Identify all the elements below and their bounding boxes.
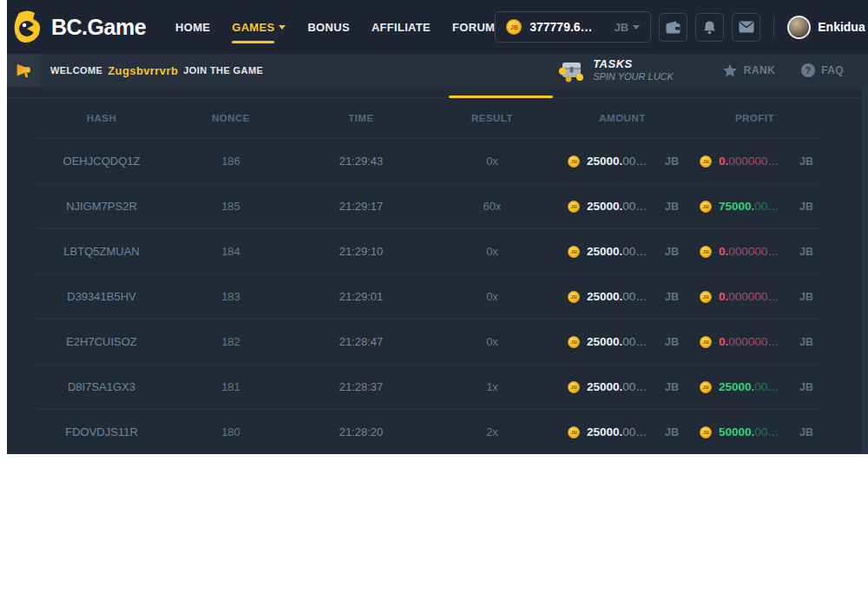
bet-hash: FDOVDJS11R — [36, 425, 167, 438]
star-icon — [722, 63, 738, 78]
bet-hash: NJIGM7PS2R — [36, 200, 167, 213]
coin-icon: JB — [568, 201, 580, 213]
table-row[interactable]: LBTQ5ZMUAN 184 21:29:10 0x JB 25000.00… … — [36, 228, 822, 274]
wallet-icon — [665, 20, 681, 35]
divider — [773, 16, 774, 37]
table-row[interactable]: OEHJCQDQ1Z 186 21:29:43 0x JB 25000.00… … — [36, 138, 822, 183]
welcome-banner: WELCOME Zugsbvrrvrb JOIN THE GAME — [7, 54, 868, 87]
bet-profit: JB 0.000000… JB — [687, 290, 822, 303]
currency-label: JB — [665, 246, 679, 258]
nav-item-bonus[interactable]: BONUS — [307, 21, 349, 34]
messages-button[interactable] — [732, 13, 760, 42]
coin-icon: JB — [700, 246, 712, 258]
bet-time: 21:29:10 — [295, 245, 427, 258]
bet-result: 0x — [427, 290, 557, 303]
coin-icon: JB — [506, 19, 522, 35]
bet-nonce: 182 — [167, 335, 295, 348]
balance-currency: JB — [615, 21, 641, 34]
main-nav: HOME GAMES BONUS AFFILIATE FORUM — [175, 21, 495, 34]
coin-icon: JB — [568, 426, 580, 438]
bet-hash: E2H7CUISOZ — [36, 335, 167, 348]
tasks-title: TASKS — [593, 58, 674, 71]
currency-label: JB — [799, 155, 813, 168]
nav-item-affiliate[interactable]: AFFILIATE — [372, 21, 431, 34]
table-row[interactable]: NJIGM7PS2R 185 21:29:17 60x JB 25000.00…… — [36, 183, 822, 228]
bet-amount: JB 25000.00… JB — [557, 425, 687, 438]
coin-icon: JB — [700, 336, 712, 348]
bet-result: 0x — [427, 155, 557, 168]
column-header-hash: HASH — [36, 113, 167, 123]
bet-nonce: 180 — [167, 425, 295, 438]
bet-result: 0x — [427, 245, 557, 258]
column-header-profit: PROFIT — [687, 113, 822, 123]
table-row[interactable]: D8I7SA1GX3 181 21:28:37 1x JB 25000.00… … — [36, 364, 822, 409]
table-row[interactable]: FDOVDJS11R 180 21:28:20 2x JB 25000.00… … — [36, 409, 822, 454]
vertical-scrollbar[interactable] — [862, 87, 868, 454]
coin-icon: JB — [700, 291, 712, 303]
bet-time: 21:28:47 — [295, 335, 427, 348]
table-row[interactable]: E2H7CUISOZ 182 21:28:47 0x JB 25000.00… … — [36, 319, 822, 364]
column-header-time: TIME — [295, 113, 427, 123]
bcgame-logo[interactable]: BC.Game — [12, 10, 146, 43]
currency-label: JB — [799, 291, 813, 303]
bet-nonce: 183 — [167, 290, 295, 303]
coin-icon: JB — [568, 291, 580, 303]
column-header-amount: AMOUNT — [557, 113, 687, 123]
bet-result: 0x — [427, 335, 557, 348]
balance-dropdown[interactable]: JB 377779.6… JB — [495, 11, 651, 43]
coin-icon: JB — [700, 381, 712, 393]
nav-item-home[interactable]: HOME — [175, 21, 210, 34]
bet-time: 21:29:17 — [295, 200, 427, 213]
welcome-username: Zugsbvrrvrb — [108, 64, 178, 77]
faq-link[interactable]: ? FAQ — [801, 63, 844, 77]
coin-icon: JB — [568, 381, 580, 393]
currency-label: JB — [799, 246, 813, 258]
bet-time: 21:28:20 — [295, 425, 427, 438]
table-row[interactable]: D39341B5HV 183 21:29:01 0x JB 25000.00… … — [36, 274, 822, 319]
currency-label: JB — [665, 155, 679, 168]
chevron-down-icon — [279, 25, 286, 30]
user-menu[interactable]: Enkidua — [787, 16, 868, 39]
bet-profit: JB 75000.00… JB — [687, 200, 822, 213]
bet-profit: JB 50000.00… JB — [687, 425, 822, 438]
nav-item-games[interactable]: GAMES — [232, 21, 286, 34]
coin-icon: JB — [568, 246, 580, 258]
currency-label: JB — [799, 426, 813, 438]
currency-label: JB — [665, 291, 679, 303]
bell-icon — [702, 20, 717, 35]
coin-icon: JB — [700, 155, 712, 168]
treasure-chest-icon — [557, 58, 585, 82]
tasks-subtitle: SPIN YOUR LUCK — [593, 71, 674, 82]
currency-label: JB — [665, 201, 679, 213]
announcement-block — [7, 54, 40, 87]
coin-icon: JB — [568, 155, 580, 168]
table-header-row: HASH NONCE TIME RESULT AMOUNT PROFIT — [36, 97, 822, 138]
bet-nonce: 185 — [167, 200, 295, 213]
welcome-message: WELCOME Zugsbvrrvrb JOIN THE GAME — [50, 64, 263, 77]
navbar-right: JB 377779.6… JB — [495, 11, 868, 43]
nav-item-forum[interactable]: FORUM — [452, 21, 495, 34]
bet-time: 21:29:43 — [295, 155, 427, 168]
rank-link[interactable]: RANK — [722, 63, 775, 78]
currency-label: JB — [799, 201, 813, 213]
balance-value: 377779.6… — [529, 20, 592, 34]
bet-amount: JB 25000.00… JB — [557, 245, 687, 258]
bet-hash: LBTQ5ZMUAN — [36, 245, 167, 258]
bet-nonce: 181 — [167, 380, 295, 393]
bet-time: 21:28:37 — [295, 380, 427, 393]
coin-icon: JB — [700, 201, 712, 213]
bet-amount: JB 25000.00… JB — [557, 335, 687, 348]
bet-hash: D8I7SA1GX3 — [36, 380, 167, 393]
coin-icon: JB — [700, 426, 712, 438]
bets-panel: HASH NONCE TIME RESULT AMOUNT PROFIT OEH… — [7, 87, 868, 454]
banner-links: TASKS SPIN YOUR LUCK RANK ? FAQ — [557, 58, 844, 82]
currency-label: JB — [665, 381, 679, 393]
notifications-button[interactable] — [695, 13, 724, 42]
bet-result: 2x — [427, 425, 557, 438]
tasks-link[interactable]: TASKS SPIN YOUR LUCK — [557, 58, 674, 82]
bet-nonce: 184 — [167, 245, 295, 258]
wallet-button[interactable] — [659, 13, 687, 42]
mail-icon — [739, 21, 754, 33]
column-header-result: RESULT — [427, 113, 557, 123]
bet-profit: JB 25000.00… JB — [687, 380, 822, 393]
